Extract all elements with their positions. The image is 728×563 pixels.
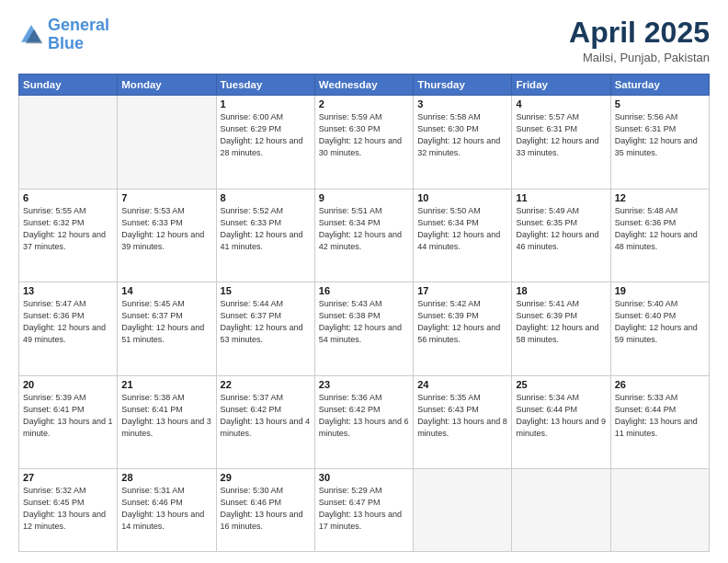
day-detail: Sunrise: 6:00 AM Sunset: 6:29 PM Dayligh… — [221, 111, 311, 159]
day-detail: Sunrise: 5:44 AM Sunset: 6:37 PM Dayligh… — [221, 298, 311, 346]
day-detail: Sunrise: 5:39 AM Sunset: 6:41 PM Dayligh… — [23, 392, 113, 440]
day-number: 28 — [121, 472, 211, 483]
calendar-cell: 8Sunrise: 5:52 AM Sunset: 6:33 PM Daylig… — [216, 189, 314, 282]
day-number: 17 — [417, 285, 507, 296]
calendar-cell: 4Sunrise: 5:57 AM Sunset: 6:31 PM Daylig… — [512, 96, 610, 189]
day-number: 1 — [221, 98, 311, 109]
calendar-cell: 9Sunrise: 5:51 AM Sunset: 6:34 PM Daylig… — [314, 189, 413, 282]
day-detail: Sunrise: 5:47 AM Sunset: 6:36 PM Dayligh… — [23, 298, 113, 346]
day-detail: Sunrise: 5:38 AM Sunset: 6:41 PM Dayligh… — [121, 392, 211, 440]
day-detail: Sunrise: 5:34 AM Sunset: 6:44 PM Dayligh… — [516, 392, 606, 440]
logo: General Blue — [18, 17, 109, 53]
calendar-week-row: 27Sunrise: 5:32 AM Sunset: 6:45 PM Dayli… — [19, 469, 710, 552]
col-header-friday: Friday — [512, 75, 610, 96]
day-detail: Sunrise: 5:40 AM Sunset: 6:40 PM Dayligh… — [615, 298, 705, 346]
day-number: 22 — [221, 379, 311, 390]
day-number: 12 — [615, 192, 705, 203]
day-detail: Sunrise: 5:31 AM Sunset: 6:46 PM Dayligh… — [121, 485, 211, 533]
calendar-cell: 29Sunrise: 5:30 AM Sunset: 6:46 PM Dayli… — [216, 469, 314, 552]
day-number: 3 — [417, 98, 507, 109]
day-number: 30 — [319, 472, 409, 483]
calendar-cell: 25Sunrise: 5:34 AM Sunset: 6:44 PM Dayli… — [512, 375, 610, 468]
day-number: 2 — [319, 98, 409, 109]
day-number: 23 — [319, 379, 409, 390]
calendar-cell: 6Sunrise: 5:55 AM Sunset: 6:32 PM Daylig… — [19, 189, 118, 282]
calendar-cell: 21Sunrise: 5:38 AM Sunset: 6:41 PM Dayli… — [118, 375, 216, 468]
calendar-week-row: 13Sunrise: 5:47 AM Sunset: 6:36 PM Dayli… — [19, 282, 710, 375]
calendar-cell: 26Sunrise: 5:33 AM Sunset: 6:44 PM Dayli… — [610, 375, 709, 468]
calendar-cell: 27Sunrise: 5:32 AM Sunset: 6:45 PM Dayli… — [19, 469, 118, 552]
day-detail: Sunrise: 5:50 AM Sunset: 6:34 PM Dayligh… — [417, 205, 507, 253]
calendar-cell: 13Sunrise: 5:47 AM Sunset: 6:36 PM Dayli… — [19, 282, 118, 375]
day-number: 5 — [615, 98, 705, 109]
day-number: 19 — [615, 285, 705, 296]
calendar-cell: 23Sunrise: 5:36 AM Sunset: 6:42 PM Dayli… — [314, 375, 413, 468]
day-detail: Sunrise: 5:36 AM Sunset: 6:42 PM Dayligh… — [319, 392, 409, 440]
day-detail: Sunrise: 5:45 AM Sunset: 6:37 PM Dayligh… — [121, 298, 211, 346]
calendar-cell: 2Sunrise: 5:59 AM Sunset: 6:30 PM Daylig… — [314, 96, 413, 189]
calendar-cell — [610, 469, 709, 552]
day-detail: Sunrise: 5:43 AM Sunset: 6:38 PM Dayligh… — [319, 298, 409, 346]
day-number: 9 — [319, 192, 409, 203]
day-detail: Sunrise: 5:37 AM Sunset: 6:42 PM Dayligh… — [221, 392, 311, 440]
day-number: 13 — [23, 285, 113, 296]
day-number: 24 — [417, 379, 507, 390]
day-detail: Sunrise: 5:49 AM Sunset: 6:35 PM Dayligh… — [516, 205, 606, 253]
calendar-cell — [414, 469, 512, 552]
day-detail: Sunrise: 5:53 AM Sunset: 6:33 PM Dayligh… — [121, 205, 211, 253]
day-number: 15 — [221, 285, 311, 296]
logo-line1: General — [48, 16, 109, 34]
calendar-week-row: 6Sunrise: 5:55 AM Sunset: 6:32 PM Daylig… — [19, 189, 710, 282]
calendar-cell: 1Sunrise: 6:00 AM Sunset: 6:29 PM Daylig… — [216, 96, 314, 189]
page: General Blue April 2025 Mailsi, Punjab, … — [0, 0, 728, 563]
header: General Blue April 2025 Mailsi, Punjab, … — [18, 17, 710, 64]
calendar-cell — [118, 96, 216, 189]
day-detail: Sunrise: 5:29 AM Sunset: 6:47 PM Dayligh… — [319, 485, 409, 533]
calendar-cell: 18Sunrise: 5:41 AM Sunset: 6:39 PM Dayli… — [512, 282, 610, 375]
day-number: 14 — [121, 285, 211, 296]
month-title: April 2025 — [569, 17, 710, 49]
calendar-header-row: SundayMondayTuesdayWednesdayThursdayFrid… — [19, 75, 710, 96]
day-detail: Sunrise: 5:48 AM Sunset: 6:36 PM Dayligh… — [615, 205, 705, 253]
day-number: 25 — [516, 379, 606, 390]
calendar-cell: 10Sunrise: 5:50 AM Sunset: 6:34 PM Dayli… — [414, 189, 512, 282]
location: Mailsi, Punjab, Pakistan — [569, 51, 710, 64]
col-header-thursday: Thursday — [414, 75, 512, 96]
day-number: 10 — [417, 192, 507, 203]
day-detail: Sunrise: 5:32 AM Sunset: 6:45 PM Dayligh… — [23, 485, 113, 533]
calendar-cell — [19, 96, 118, 189]
day-number: 21 — [121, 379, 211, 390]
day-detail: Sunrise: 5:58 AM Sunset: 6:30 PM Dayligh… — [417, 111, 507, 159]
calendar-cell: 15Sunrise: 5:44 AM Sunset: 6:37 PM Dayli… — [216, 282, 314, 375]
calendar-cell: 11Sunrise: 5:49 AM Sunset: 6:35 PM Dayli… — [512, 189, 610, 282]
day-detail: Sunrise: 5:59 AM Sunset: 6:30 PM Dayligh… — [319, 111, 409, 159]
calendar-cell: 20Sunrise: 5:39 AM Sunset: 6:41 PM Dayli… — [19, 375, 118, 468]
calendar-cell: 28Sunrise: 5:31 AM Sunset: 6:46 PM Dayli… — [118, 469, 216, 552]
day-detail: Sunrise: 5:56 AM Sunset: 6:31 PM Dayligh… — [615, 111, 705, 159]
day-number: 8 — [221, 192, 311, 203]
title-block: April 2025 Mailsi, Punjab, Pakistan — [569, 17, 710, 64]
calendar-cell: 24Sunrise: 5:35 AM Sunset: 6:43 PM Dayli… — [414, 375, 512, 468]
day-detail: Sunrise: 5:41 AM Sunset: 6:39 PM Dayligh… — [516, 298, 606, 346]
calendar-cell: 3Sunrise: 5:58 AM Sunset: 6:30 PM Daylig… — [414, 96, 512, 189]
col-header-sunday: Sunday — [19, 75, 118, 96]
col-header-saturday: Saturday — [610, 75, 709, 96]
day-detail: Sunrise: 5:52 AM Sunset: 6:33 PM Dayligh… — [221, 205, 311, 253]
col-header-monday: Monday — [118, 75, 216, 96]
calendar-cell: 14Sunrise: 5:45 AM Sunset: 6:37 PM Dayli… — [118, 282, 216, 375]
day-number: 27 — [23, 472, 113, 483]
calendar-cell: 19Sunrise: 5:40 AM Sunset: 6:40 PM Dayli… — [610, 282, 709, 375]
day-number: 7 — [121, 192, 211, 203]
calendar-cell: 12Sunrise: 5:48 AM Sunset: 6:36 PM Dayli… — [610, 189, 709, 282]
day-number: 6 — [23, 192, 113, 203]
calendar-cell: 17Sunrise: 5:42 AM Sunset: 6:39 PM Dayli… — [414, 282, 512, 375]
calendar-week-row: 20Sunrise: 5:39 AM Sunset: 6:41 PM Dayli… — [19, 375, 710, 468]
day-number: 4 — [516, 98, 606, 109]
day-number: 16 — [319, 285, 409, 296]
day-number: 29 — [221, 472, 311, 483]
calendar-week-row: 1Sunrise: 6:00 AM Sunset: 6:29 PM Daylig… — [19, 96, 710, 189]
calendar-cell: 30Sunrise: 5:29 AM Sunset: 6:47 PM Dayli… — [314, 469, 413, 552]
day-number: 26 — [615, 379, 705, 390]
logo-icon — [18, 22, 44, 48]
day-detail: Sunrise: 5:30 AM Sunset: 6:46 PM Dayligh… — [221, 485, 311, 533]
